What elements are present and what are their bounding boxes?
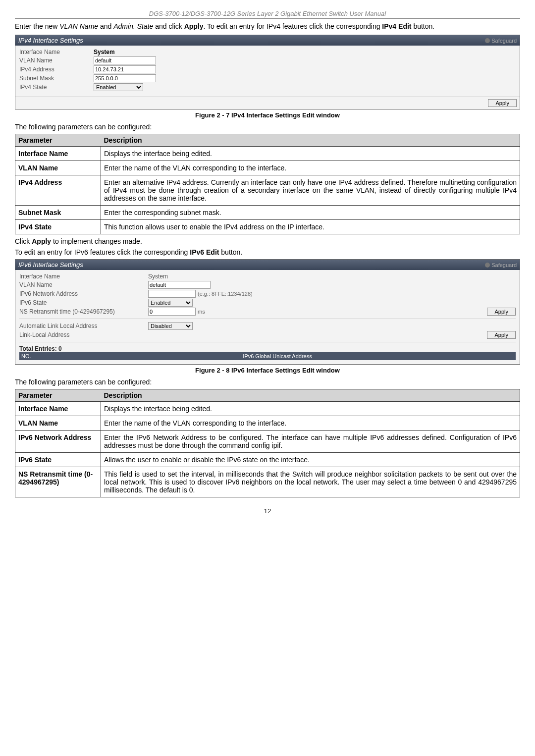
auto-link-local-label: Automatic Link Local Address bbox=[19, 323, 148, 329]
ipv6-address-table-header: NO. IPv6 Global Unicast Address bbox=[19, 352, 516, 360]
table-row: Interface NameDisplays the interface bei… bbox=[15, 402, 520, 416]
page-number: 12 bbox=[15, 507, 520, 515]
ipv4-address-label: IPv4 Address bbox=[19, 66, 94, 73]
table-row: IPv6 Network AddressEnter the IPv6 Netwo… bbox=[15, 431, 520, 453]
param-intro: The following parameters can be configur… bbox=[15, 123, 520, 131]
table-row: VLAN NameEnter the name of the VLAN corr… bbox=[15, 416, 520, 431]
table-row: IPv6 StateAllows the user to enable or d… bbox=[15, 453, 520, 467]
table-row: NS Retransmit time (0-4294967295)This fi… bbox=[15, 467, 520, 497]
col-description: Description bbox=[101, 134, 520, 147]
text: Apply bbox=[184, 22, 204, 30]
ipv6-param-table: ParameterDescription Interface NameDispl… bbox=[15, 389, 520, 497]
text: and bbox=[98, 22, 113, 30]
ipv6-state-label: IPv6 State bbox=[19, 299, 148, 306]
ms-unit: ms bbox=[198, 309, 205, 315]
page-header: DGS-3700-12/DGS-3700-12G Series Layer 2 … bbox=[15, 10, 520, 19]
interface-name-value: System bbox=[94, 49, 115, 55]
ipv6-settings-panel: IPv6 Interface Settings Safeguard Interf… bbox=[15, 259, 520, 365]
param-intro: The following parameters can be configur… bbox=[15, 378, 520, 386]
text: Safeguard bbox=[491, 262, 517, 268]
safeguard-badge: Safeguard bbox=[485, 37, 517, 44]
table-row: IPv4 AddressEnter an alternative IPv4 ad… bbox=[15, 175, 520, 206]
panel-header: IPv4 Interface Settings Safeguard bbox=[15, 35, 520, 46]
text: button. bbox=[412, 22, 435, 30]
col-parameter: Parameter bbox=[15, 389, 101, 402]
table-row: VLAN NameEnter the name of the VLAN corr… bbox=[15, 161, 520, 175]
ns-retransmit-input[interactable] bbox=[148, 308, 196, 316]
ipv4-state-label: IPv4 State bbox=[19, 84, 94, 91]
safeguard-icon bbox=[485, 263, 490, 268]
ipv4-address-input[interactable] bbox=[94, 65, 156, 73]
auto-link-local-select[interactable]: Disabled bbox=[148, 322, 193, 330]
ns-retransmit-label: NS Retransmit time (0-4294967295) bbox=[19, 308, 148, 315]
col-address: IPv6 Global Unicast Address bbox=[41, 353, 514, 359]
ipv6-state-select[interactable]: Enabled bbox=[148, 299, 193, 307]
interface-name-label: Interface Name bbox=[19, 49, 94, 55]
panel-title: IPv4 Interface Settings bbox=[18, 37, 83, 44]
table-row: Subnet MaskEnter the corresponding subne… bbox=[15, 206, 520, 220]
text: IPv4 Edit bbox=[382, 22, 411, 30]
total-entries: Total Entries: 0 bbox=[19, 345, 516, 352]
apply-button[interactable]: Apply bbox=[487, 331, 516, 339]
subnet-mask-input[interactable] bbox=[94, 74, 156, 82]
ipv6-edit-note: To edit an entry for IPv6 features click… bbox=[15, 248, 520, 256]
vlan-name-input[interactable] bbox=[94, 56, 156, 64]
apply-button[interactable]: Apply bbox=[488, 99, 517, 107]
ipv4-state-select[interactable]: Enabled bbox=[94, 83, 143, 91]
apply-note: Click Apply to implement changes made. bbox=[15, 237, 520, 245]
vlan-name-input[interactable] bbox=[148, 281, 211, 289]
safeguard-icon bbox=[485, 38, 490, 43]
text: and click bbox=[153, 22, 184, 30]
subnet-mask-label: Subnet Mask bbox=[19, 75, 94, 82]
ipv6-network-address-label: IPv6 Network Address bbox=[19, 290, 148, 297]
intro-text: Enter the new VLAN Name and Admin. State… bbox=[15, 22, 520, 31]
text: . To edit an entry for IPv4 features cli… bbox=[204, 22, 382, 30]
table-row: Interface NameDisplays the interface bei… bbox=[15, 147, 520, 161]
table-row: IPv4 StateThis function allows user to e… bbox=[15, 220, 520, 234]
ipv6-network-address-input[interactable] bbox=[148, 290, 196, 298]
figure-caption-ipv6: Figure 2 - 8 IPv6 Interface Settings Edi… bbox=[15, 367, 520, 374]
text: Safeguard bbox=[491, 38, 517, 44]
text: VLAN Name bbox=[59, 22, 98, 30]
interface-name-value: System bbox=[148, 273, 168, 280]
ipv4-param-table: ParameterDescription Interface NameDispl… bbox=[15, 134, 520, 234]
text: Admin. State bbox=[113, 22, 153, 30]
interface-name-label: Interface Name bbox=[19, 273, 148, 280]
text: Enter the new bbox=[15, 22, 59, 30]
apply-button[interactable]: Apply bbox=[487, 308, 516, 316]
figure-caption-ipv4: Figure 2 - 7 IPv4 Interface Settings Edi… bbox=[15, 111, 520, 119]
panel-title: IPv6 Interface Settings bbox=[18, 261, 83, 269]
col-parameter: Parameter bbox=[15, 134, 101, 147]
ipv4-settings-panel: IPv4 Interface Settings Safeguard Interf… bbox=[15, 35, 520, 109]
link-local-address-label: Link-Local Address bbox=[19, 331, 148, 338]
col-no: NO. bbox=[21, 353, 41, 359]
vlan-name-label: VLAN Name bbox=[19, 281, 148, 288]
panel-header: IPv6 Interface Settings Safeguard bbox=[15, 260, 520, 270]
vlan-name-label: VLAN Name bbox=[19, 57, 94, 64]
ipv6-address-hint: (e.g.: 8FFE::1234/128) bbox=[198, 291, 253, 297]
safeguard-badge: Safeguard bbox=[485, 261, 517, 269]
col-description: Description bbox=[101, 389, 520, 402]
